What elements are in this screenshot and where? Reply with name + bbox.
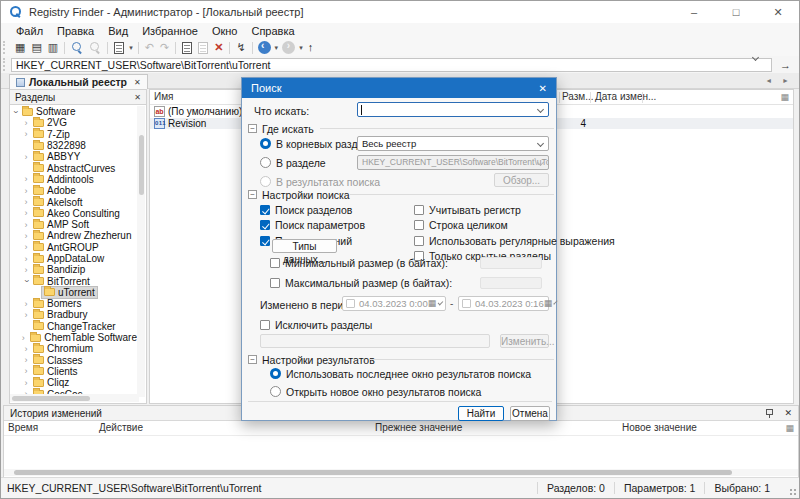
find-button[interactable]: Найти	[458, 406, 504, 421]
refresh-icon[interactable]: ↯	[233, 40, 248, 55]
menu-item[interactable]: Окно	[205, 25, 245, 37]
history-column[interactable]: Прежнее значение	[375, 422, 462, 433]
chevron-down-icon[interactable]	[537, 106, 544, 113]
tree-item[interactable]: 7-Zip	[10, 129, 139, 140]
min-size-input[interactable]	[480, 257, 542, 269]
tree-item[interactable]: Andrew Zhezherun	[10, 230, 139, 241]
expand-arrow-icon[interactable]	[21, 208, 31, 218]
open-snapshot-icon[interactable]: ▤	[28, 40, 44, 55]
address-input[interactable]: HKEY_CURRENT_USER\Software\BitTorrent\uT…	[11, 58, 772, 72]
search-query-input[interactable]	[357, 102, 549, 117]
tree-item[interactable]: ChangeTracker	[10, 321, 139, 332]
chevron-down-icon[interactable]	[537, 140, 544, 147]
calendar-icon[interactable]: ▦	[428, 299, 437, 308]
column-modified[interactable]: Дата измен...	[595, 91, 656, 102]
browse-button[interactable]: Обзор...	[494, 173, 549, 187]
expand-arrow-icon[interactable]	[21, 118, 31, 128]
expand-arrow-icon[interactable]	[21, 254, 31, 264]
tree-item[interactable]: 8322898	[10, 140, 139, 151]
checkbox-icon[interactable]	[260, 220, 270, 230]
search-icon[interactable]	[70, 41, 84, 55]
close-button[interactable]: ✕	[757, 1, 799, 23]
tree-item[interactable]: Software	[10, 106, 139, 117]
edit-icon[interactable]	[114, 42, 124, 54]
expand-arrow-icon[interactable]	[21, 276, 31, 286]
checkbox-icon[interactable]	[462, 299, 471, 308]
back-icon[interactable]	[258, 41, 271, 54]
collapse-where-icon[interactable]: −	[248, 124, 257, 133]
column-name[interactable]: Имя	[154, 91, 173, 102]
expand-arrow-icon[interactable]	[21, 186, 31, 196]
tree-item[interactable]: Akeo Consulting	[10, 208, 139, 219]
radio-in-key[interactable]	[260, 157, 271, 168]
max-size-input[interactable]	[480, 277, 542, 289]
checkbox-icon[interactable]	[260, 236, 270, 246]
checkbox-icon[interactable]	[260, 320, 270, 330]
tree-item[interactable]: Bandizip	[10, 264, 139, 275]
chevron-down-icon[interactable]	[537, 159, 544, 166]
tree-item[interactable]: Bomers	[10, 298, 139, 309]
dropdown-caret-icon[interactable]: ▾	[127, 44, 135, 52]
expand-arrow-icon[interactable]	[21, 152, 31, 162]
data-types-button[interactable]: Типы данных...	[272, 239, 337, 253]
expand-arrow-icon[interactable]	[21, 366, 31, 376]
history-horizontal-scrollbar[interactable]	[4, 469, 798, 476]
history-column[interactable]: Новое значение	[622, 422, 697, 433]
checkbox-icon[interactable]	[414, 236, 424, 246]
expand-arrow-icon[interactable]	[21, 355, 31, 365]
key-path-select[interactable]: HKEY_CURRENT_USER\Software\BitTorrent\uT…	[357, 155, 549, 170]
menu-item[interactable]: Файл	[9, 25, 50, 37]
expand-arrow-icon[interactable]	[21, 378, 31, 388]
tab-close-icon[interactable]: ✕	[134, 78, 141, 87]
expand-arrow-icon[interactable]	[21, 242, 31, 252]
forward-icon[interactable]	[282, 41, 295, 54]
checkbox-icon[interactable]	[414, 220, 424, 230]
keys-panel-close-icon[interactable]: ✕	[134, 93, 141, 102]
exclude-keys-input[interactable]	[260, 334, 490, 348]
expand-arrow-icon[interactable]	[21, 174, 31, 184]
up-icon[interactable]: ↑	[305, 40, 317, 55]
checkbox-icon[interactable]	[270, 278, 280, 288]
radio-new-window[interactable]	[270, 386, 281, 397]
search-option-checkbox-row[interactable]: Поиск параметров	[260, 218, 365, 234]
search-option-checkbox-row[interactable]: Поиск разделов	[260, 202, 365, 218]
expand-arrow-icon[interactable]	[21, 129, 31, 139]
expand-arrow-icon[interactable]	[21, 220, 31, 230]
search-next-icon[interactable]	[88, 41, 102, 55]
tree-item[interactable]: Bradbury	[10, 309, 139, 320]
history-column[interactable]: Время	[8, 422, 38, 433]
tree-item[interactable]: ChemTable Software	[10, 332, 139, 343]
history-column[interactable]: Действие	[99, 422, 143, 433]
column-size[interactable]: Разм...	[562, 91, 594, 102]
calendar-icon[interactable]: ▦	[544, 299, 553, 308]
chevron-down-icon[interactable]	[438, 300, 444, 306]
minimize-button[interactable]: –	[673, 1, 715, 23]
search-option-checkbox-row[interactable]: Учитывать регистр	[414, 202, 615, 218]
checkbox-icon[interactable]	[346, 299, 355, 308]
dropdown-caret-icon[interactable]: ▾	[273, 44, 281, 52]
expand-arrow-icon[interactable]	[21, 299, 31, 309]
column-chooser-icon[interactable]: ▦	[780, 92, 789, 102]
tree-item[interactable]: Classes	[10, 355, 139, 366]
menu-item[interactable]: Вид	[101, 25, 135, 37]
local-registry-icon[interactable]: ▦	[12, 40, 28, 55]
search-dialog-close-icon[interactable]: ✕	[539, 83, 547, 94]
expand-arrow-icon[interactable]	[21, 197, 31, 207]
go-button[interactable]: →	[772, 59, 799, 71]
tab-local-registry[interactable]: Локальный реестр ✕	[9, 74, 148, 89]
tab-scroll-arrows[interactable]: ◄ ►	[765, 77, 793, 84]
expand-arrow-icon[interactable]	[21, 310, 31, 320]
collapse-options-icon[interactable]: −	[248, 190, 257, 199]
compare-snapshots-icon[interactable]: ▥	[45, 40, 61, 55]
menu-item[interactable]: Правка	[50, 25, 101, 37]
search-dialog-titlebar[interactable]: Поиск ✕	[242, 78, 556, 98]
delete-icon[interactable]: ✕	[211, 40, 226, 55]
checkbox-icon[interactable]	[414, 205, 424, 215]
collapse-results-icon[interactable]: −	[248, 355, 257, 364]
expand-arrow-icon[interactable]	[21, 265, 31, 275]
tree-item[interactable]: Clients	[10, 366, 139, 377]
tree-item[interactable]: uTorrent	[10, 287, 139, 298]
date-to-picker[interactable]: 04.03.2023 0:16 ▦	[458, 296, 549, 311]
tree-item[interactable]: 2VG	[10, 117, 139, 128]
checkbox-icon[interactable]	[260, 205, 270, 215]
